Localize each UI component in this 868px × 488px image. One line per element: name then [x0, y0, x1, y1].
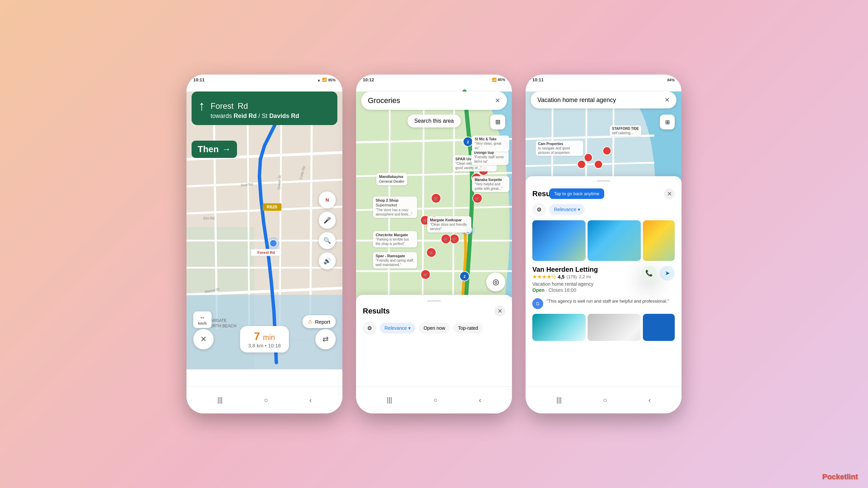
panel-handle — [427, 300, 441, 302]
android-back-btn[interactable]: ‹ — [309, 396, 312, 404]
place-stmic: St Mic & Take "Very clean, great su" — [472, 136, 509, 151]
filter-settings-button[interactable]: ⚙ — [363, 321, 376, 335]
results-title: Results — [363, 307, 390, 316]
review-text: "This agency is well run and staff are h… — [547, 298, 669, 304]
compass-icon: N — [326, 197, 329, 203]
battery-2: 📶 85% — [492, 78, 505, 82]
svg-point-75 — [603, 147, 611, 155]
place-stafford: STAFFORD TIDE self catering... — [610, 125, 641, 136]
business-action-buttons: 📞 ➤ — [642, 266, 675, 281]
results3-close-button[interactable]: ✕ — [664, 188, 675, 199]
android-nav-bar-2: ||| ○ ‹ — [356, 386, 512, 413]
speed-indicator: -- km/h — [193, 311, 212, 328]
android-menu-btn-2[interactable]: ||| — [387, 396, 392, 404]
top-rated-filter-chip[interactable]: Top-rated — [453, 323, 483, 333]
nav-eta: 10:18 — [268, 343, 281, 348]
business-name: Van Heerden Letting — [532, 266, 598, 273]
relevance3-chip[interactable]: Relevance ▾ Tap to go back anytime — [549, 204, 585, 215]
search-button[interactable]: 🔍 — [319, 232, 336, 249]
nav-bottom-controls: ✕ 7 min 3,8 km • 10:18 ⇄ — [186, 326, 342, 352]
sliders-icon: ⚙ — [367, 325, 372, 331]
results-header: Results ✕ — [363, 306, 505, 317]
map-groceries: 2 2 🛒 🛒 🛒 🛒 🛒 🛒 🛒 🛒 🛒 — [356, 75, 512, 386]
business-photo-6[interactable] — [643, 314, 675, 341]
call-button[interactable]: 📞 — [642, 266, 656, 281]
nav-instruction-card: ↑ Forest Rd towards Reid Rd / St Davids … — [192, 92, 337, 125]
place-mandlakayise: Mandlakayise General Dealer — [376, 173, 407, 185]
battery-3: 84% — [667, 78, 675, 82]
android-menu-btn[interactable]: ||| — [217, 396, 223, 404]
results3-settings-button[interactable]: ⚙ — [532, 203, 546, 216]
groceries-search-bar[interactable]: Groceries ✕ — [361, 92, 507, 110]
status-bar-1: 10:11 ▲ 📶 85% — [186, 75, 342, 84]
business-photo-5[interactable] — [588, 314, 641, 341]
wifi-icon: 📶 — [322, 78, 327, 82]
android-home-btn-3[interactable]: ○ — [603, 396, 607, 404]
business-info: Van Heerden Letting ★★★★½ 4,5 (179) 2,2 … — [526, 261, 682, 296]
phone-navigation: 10:11 ▲ 📶 85% — [186, 75, 342, 413]
close-search-icon[interactable]: ✕ — [495, 97, 500, 104]
mic-button[interactable]: 🎤 — [319, 212, 336, 229]
business-photo-1[interactable] — [532, 220, 586, 261]
dropdown-icon: ▾ — [408, 325, 411, 331]
android-home-btn-2[interactable]: ○ — [433, 396, 437, 404]
my-location-button[interactable]: ◎ — [486, 272, 505, 291]
place-manaba: Manaba Surpette "Very helpful and polite… — [472, 176, 509, 192]
nav-time: 7 min — [248, 330, 281, 343]
dropdown3-icon: ▾ — [578, 207, 580, 212]
status-bar-3: 10:11 84% — [526, 75, 682, 84]
open-now-filter-chip[interactable]: Open now — [419, 323, 450, 333]
business-photo-4[interactable] — [532, 314, 586, 341]
rating-value: 4,5 — [558, 274, 564, 280]
directions-button[interactable]: ➤ — [660, 266, 675, 281]
mic-icon: 🎤 — [323, 217, 331, 224]
turn-right-icon: → — [222, 144, 231, 155]
svg-text:Elm Rd: Elm Rd — [203, 217, 215, 220]
sound-icon: 🔊 — [323, 257, 331, 265]
business-photo-2[interactable] — [588, 220, 641, 261]
place-checkrite: Checkrite Margate "Parking is terrible b… — [373, 231, 417, 247]
layers-button[interactable]: ⊞ — [490, 115, 505, 129]
sound-button[interactable]: 🔊 — [319, 252, 336, 269]
svg-text:2: 2 — [467, 140, 469, 144]
speed-unit: km/h — [198, 321, 207, 325]
route-icon: ⇄ — [322, 335, 329, 344]
nav-close-button[interactable]: ✕ — [193, 329, 214, 349]
android-home-btn[interactable]: ○ — [264, 396, 268, 404]
distance: 2,2 mi — [579, 274, 591, 279]
tap-tooltip-text: Tap to go back anytime — [554, 191, 599, 196]
pocketlint-watermark: Pocketlint — [822, 472, 858, 481]
svg-text:🛒: 🛒 — [443, 237, 448, 242]
svg-text:🛒: 🛒 — [423, 218, 428, 223]
android-back-btn-3[interactable]: ‹ — [648, 396, 651, 404]
vacation-layers-button[interactable]: ⊞ — [660, 115, 675, 129]
route-options-button[interactable]: ⇄ — [315, 329, 336, 349]
nav-street-main-text: Forest — [211, 101, 234, 110]
android-menu-btn-3[interactable]: ||| — [556, 396, 562, 404]
star-icons: ★★★★½ — [532, 273, 556, 280]
signal-icon: ▲ — [317, 78, 321, 82]
nav-distance: 3,8 km — [248, 343, 263, 348]
results-close-button[interactable]: ✕ — [494, 306, 505, 317]
status-icons-3: 84% — [667, 78, 675, 82]
review-avatar: G — [532, 298, 543, 309]
business-photo-3[interactable] — [643, 220, 675, 261]
status-time-1: 10:11 — [193, 77, 204, 82]
nav-street-suffix: Rd — [238, 101, 248, 110]
rating-row: ★★★★½ 4,5 (179) 2,2 mi — [532, 273, 598, 280]
search-area-button[interactable]: Search this area — [408, 115, 461, 127]
svg-text:🛒: 🛒 — [452, 237, 457, 242]
status-icons-1: ▲ 📶 85% — [317, 78, 336, 82]
map-controls: N 🎤 🔍 🔊 — [319, 191, 336, 269]
android-back-btn-2[interactable]: ‹ — [479, 396, 481, 404]
nav-time-unit: min — [263, 333, 275, 342]
relevance3-label: Relevance — [554, 207, 576, 212]
phone-vacation: 10:11 84% R620 — [526, 75, 682, 413]
compass-button[interactable]: N — [319, 191, 336, 208]
place-cam: Cam Properties to navigate and good pict… — [536, 141, 583, 156]
results-panel-vacation: Results ✕ ⚙ Relevance ▾ Tap to go back a… — [526, 176, 682, 386]
relevance-filter-chip[interactable]: Relevance ▾ — [380, 323, 415, 333]
close-vacation-icon[interactable]: ✕ — [665, 96, 670, 104]
vacation-search-bar[interactable]: Vacation home rental agency ✕ — [531, 92, 676, 108]
speed-value: -- — [198, 314, 207, 321]
